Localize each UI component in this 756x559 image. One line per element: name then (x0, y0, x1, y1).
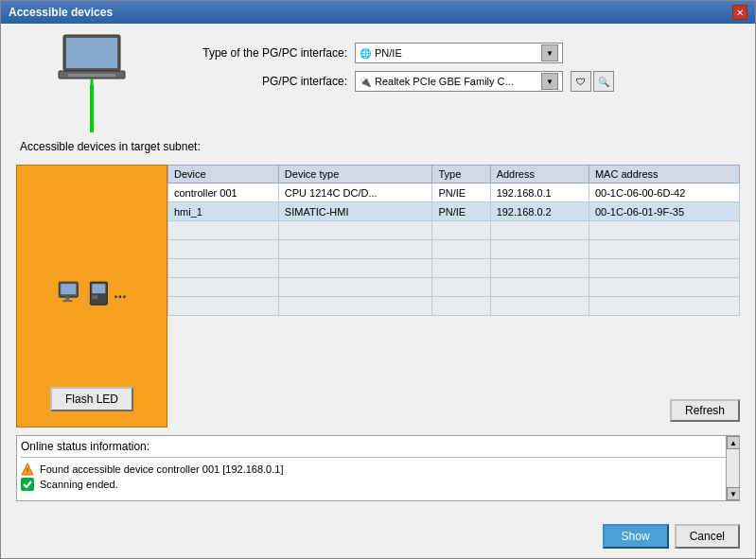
cell-device: controller 001 (168, 183, 279, 202)
cell-type: PN/IE (432, 183, 490, 202)
bottom-buttons: Show Cancel (1, 518, 755, 558)
cell-type (432, 259, 490, 278)
status-section: Online status information: !Found access… (16, 435, 740, 501)
cell-address (490, 278, 589, 297)
dialog-title: Accessible devices (9, 6, 113, 19)
status-items: !Found accessible device controller 001 … (21, 462, 735, 492)
cell-type (432, 297, 490, 316)
status-divider (21, 457, 735, 458)
interface-action-icons: 🛡 🔍 (571, 71, 614, 92)
cell-mac (589, 221, 739, 240)
col-type: Type (432, 166, 490, 183)
pg-pc-type-value: PN/IE (375, 47, 537, 59)
status-item: !Found accessible device controller 001 … (21, 462, 735, 477)
cell-address (490, 240, 589, 259)
cell-device_type (278, 240, 432, 259)
cell-mac (589, 259, 739, 278)
pg-pc-interface-value: Realtek PCIe GBE Family C... (375, 76, 537, 87)
cell-device (168, 278, 279, 297)
pg-pc-interface-icon: 🔌 (360, 77, 371, 87)
devices-table: Device Device type Type Address MAC addr… (167, 165, 740, 316)
refresh-button[interactable]: Refresh (670, 399, 740, 422)
col-address: Address (490, 166, 589, 183)
table-row[interactable] (168, 259, 740, 278)
status-item: Scanning ended. (21, 477, 735, 492)
pg-pc-interface-dropdown[interactable]: ▼ (541, 73, 558, 90)
table-row[interactable]: hmi_1SIMATIC-HMIPN/IE192.168.0.200-1C-06… (168, 202, 740, 221)
pg-pc-interface-row: PG/PC interface: 🔌 Realtek PCIe GBE Fami… (177, 71, 740, 92)
green-cable (90, 85, 94, 132)
cancel-button[interactable]: Cancel (675, 524, 740, 549)
scroll-track (727, 449, 739, 487)
pg-pc-type-dropdown[interactable]: ▼ (541, 44, 558, 61)
cell-mac (589, 297, 739, 316)
cell-address (490, 221, 589, 240)
col-device-type: Device type (278, 166, 432, 183)
table-row[interactable]: controller 001CPU 1214C DC/D...PN/IE192.… (168, 183, 740, 202)
main-section: ... Flash LED Device Device type Type Ad… (16, 165, 740, 428)
table-row[interactable] (168, 240, 740, 259)
device-icons: ... (57, 280, 126, 306)
cell-device_type (278, 221, 432, 240)
cell-device_type: SIMATIC-HMI (278, 202, 432, 221)
cell-device: hmi_1 (168, 202, 279, 221)
svg-rect-7 (65, 297, 69, 300)
warning-icon: ! (21, 463, 34, 476)
cell-type: PN/IE (432, 202, 490, 221)
pg-pc-type-label: Type of the PG/PC interface: (177, 46, 347, 60)
cell-address (490, 259, 589, 278)
status-text: Found accessible device controller 001 [… (40, 463, 283, 475)
more-devices-label: ... (114, 285, 126, 302)
status-scrollbar: ▲ ▼ (726, 436, 739, 500)
cell-device (168, 221, 279, 240)
cell-device (168, 259, 279, 278)
svg-rect-1 (66, 38, 117, 68)
svg-rect-8 (62, 300, 72, 302)
cell-mac: 00-1C-06-00-6D-42 (589, 183, 739, 202)
cell-device_type: CPU 1214C DC/D... (278, 183, 432, 202)
laptop-panel (16, 33, 167, 132)
pg-pc-type-row: Type of the PG/PC interface: 🌐 PN/IE ▼ (177, 43, 740, 63)
svg-rect-10 (92, 284, 105, 293)
check-icon (21, 478, 34, 491)
scroll-up-btn[interactable]: ▲ (727, 436, 740, 449)
table-row[interactable] (168, 278, 740, 297)
col-mac: MAC address (589, 166, 739, 183)
orange-device-panel: ... Flash LED (16, 165, 167, 428)
cell-address: 192.168.0.1 (490, 183, 589, 202)
cell-type (432, 221, 490, 240)
show-button[interactable]: Show (603, 524, 669, 549)
accessible-devices-label: Accessible devices in target subnet: (16, 140, 740, 153)
cell-device_type (278, 297, 432, 316)
content-area: Type of the PG/PC interface: 🌐 PN/IE ▼ P… (1, 24, 755, 518)
accessible-devices-dialog: Accessible devices ✕ (0, 0, 756, 559)
interface-panel: Type of the PG/PC interface: 🌐 PN/IE ▼ P… (177, 33, 740, 132)
svg-rect-3 (68, 74, 115, 77)
scroll-down-btn[interactable]: ▼ (727, 487, 740, 500)
search-icon-btn[interactable]: 🔍 (593, 71, 614, 92)
table-section: Device Device type Type Address MAC addr… (167, 165, 740, 428)
flash-led-button[interactable]: Flash LED (50, 387, 133, 411)
table-row[interactable] (168, 297, 740, 316)
laptop-image (54, 33, 130, 85)
shield-icon-btn[interactable]: 🛡 (571, 71, 591, 92)
cell-type (432, 278, 490, 297)
cell-device_type (278, 278, 432, 297)
hmi-panel-icon (89, 280, 110, 306)
cell-mac: 00-1C-06-01-9F-35 (589, 202, 739, 221)
close-button[interactable]: ✕ (732, 5, 747, 20)
cell-device (168, 297, 279, 316)
pg-pc-type-select[interactable]: 🌐 PN/IE ▼ (355, 43, 563, 63)
svg-rect-6 (61, 284, 76, 294)
cell-device (168, 240, 279, 259)
pg-pc-interface-select[interactable]: 🔌 Realtek PCIe GBE Family C... ▼ (355, 71, 563, 92)
title-bar: Accessible devices ✕ (1, 1, 755, 24)
svg-rect-15 (21, 478, 34, 491)
cell-mac (589, 278, 739, 297)
svg-text:!: ! (26, 466, 28, 475)
status-title: Online status information: (21, 440, 735, 453)
refresh-row: Refresh (167, 393, 740, 428)
cell-device_type (278, 259, 432, 278)
table-row[interactable] (168, 221, 740, 240)
cell-address (490, 297, 589, 316)
